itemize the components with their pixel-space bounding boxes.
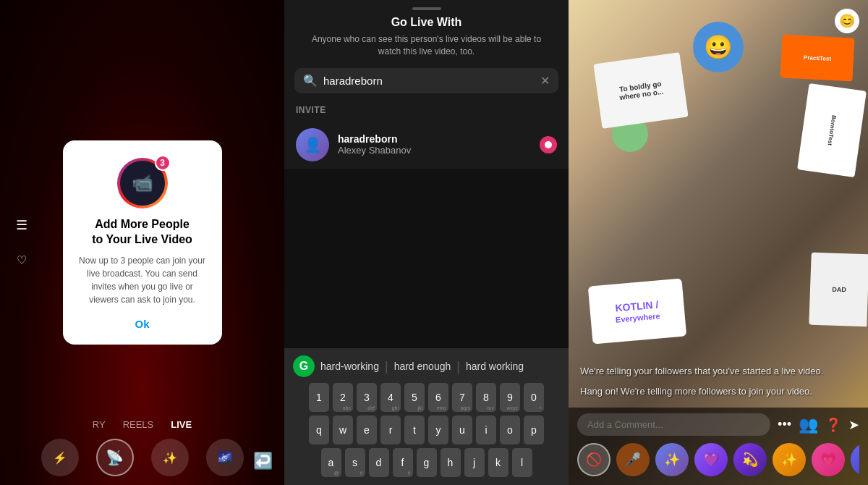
key-p[interactable]: p [524,416,544,444]
bottom-bar-stream: ••• 👥 ❓ ➤ 🚫 🎤 ✨ 💜 💫 ✨ 💗 💙 [569,408,868,485]
effect-icon-1[interactable]: ⚡ [41,439,79,476]
key-i[interactable]: i [476,416,496,444]
sep-2: | [456,359,460,374]
sparkle-icon: ✨ [163,451,177,465]
sidebar-left: ☰ ♡ [12,215,32,270]
effect-purple-2[interactable]: 💫 [733,443,767,476]
sheet-empty-area [284,169,569,348]
invite-select-radio[interactable] [540,136,557,153]
key-6[interactable]: 6mno [428,383,448,412]
avatar-container: 📹 3 [117,158,168,208]
keyboard: G hard-working | hard enough | hard work… [284,348,569,485]
key-k[interactable]: k [488,448,509,477]
key-9[interactable]: 9wxyz [500,383,520,412]
mode-ry[interactable]: RY [93,419,106,430]
key-3[interactable]: 3def [357,383,377,412]
effect-love[interactable]: 💗 [812,443,845,476]
key-4[interactable]: 4ghi [380,383,401,412]
key-5[interactable]: 5jkl [404,383,425,412]
key-q[interactable]: q [309,416,329,444]
key-l[interactable]: l [512,448,532,477]
effect-none[interactable]: 🚫 [577,443,610,476]
autocomplete-row: G hard-working | hard enough | hard work… [287,353,566,383]
live-camera-icon: 📹 [132,173,153,193]
autocomplete-word-2[interactable]: hard enough [394,360,451,372]
bottom-icons-row: ⚡ 📡 ✨ 🌌 [41,439,244,476]
sticker-practitest: PractiTest [780,34,854,81]
ok-button[interactable]: Ok [135,318,149,330]
effect-purple-1[interactable]: 💜 [694,443,728,476]
notification-badge: 3 [155,155,171,171]
key-y[interactable]: y [428,416,448,444]
broadcast-icon: 📡 [106,449,124,466]
invite-username: haradreborn [338,133,531,145]
invite-label: INVITE [284,105,569,115]
key-w[interactable]: w [333,416,353,444]
mode-live[interactable]: LIVE [171,419,192,430]
sheet-handle [412,7,441,10]
effect-mic[interactable]: 🎤 [616,443,650,476]
avatar-image: 👤 [296,128,329,161]
key-j[interactable]: j [464,448,485,477]
sheet-title: Go Live With [284,16,569,29]
mode-reels[interactable]: REELS [123,419,154,430]
key-o[interactable]: o [500,416,520,444]
key-g[interactable]: g [417,448,437,477]
add-guest-icon[interactable]: 👥 [799,416,818,434]
sticker-borntotest: BorntoTest [797,83,867,177]
key-e[interactable]: e [357,416,377,444]
question-icon[interactable]: ❓ [825,417,841,433]
galaxy-icon: 🌌 [218,451,232,465]
key-u[interactable]: u [452,416,472,444]
invite-info: haradreborn Alexey Shabanov [338,133,531,156]
key-1[interactable]: 1 [309,383,329,412]
key-row-numbers: 1 2abc 3def 4ghi 5jkl 6mno 7pqrs 8tuv 9w… [287,383,566,412]
invite-realname: Alexey Shabanov [338,145,531,156]
clear-search-icon[interactable]: ✕ [540,74,550,88]
autocomplete-word-3[interactable]: hard working [466,360,524,372]
sticker-kotlin: KOTLIN / Everywhere [588,278,686,344]
message-2: Hang on! We're telling more followers to… [580,385,856,398]
more-options-icon[interactable]: ••• [778,417,791,432]
heart-icon[interactable]: ♡ [12,250,32,270]
messages-area: We're telling your followers that you've… [580,365,856,405]
panel-live-intro: ☰ ♡ 📹 3 Add More Peopleto Your Live Vide… [0,0,284,485]
key-h[interactable]: h [441,448,461,477]
top-right-avatar[interactable]: 😊 [835,9,859,33]
lightning-icon: ⚡ [53,451,67,465]
sep-1: | [385,359,388,374]
key-2[interactable]: 2abc [333,383,353,412]
key-f[interactable]: f# [393,448,413,477]
effect-siri[interactable]: ✨ [655,443,689,476]
flip-camera-icon[interactable]: ↩️ [253,452,273,471]
search-input[interactable] [323,75,535,87]
key-d[interactable]: d [369,448,389,477]
radio-dot [545,141,552,148]
comment-input[interactable] [577,413,770,436]
comment-row: ••• 👥 ❓ ➤ [577,413,859,436]
effect-sparkle[interactable]: ✨ [773,443,806,476]
effects-row: 🚫 🎤 ✨ 💜 💫 ✨ 💗 💙 [577,443,859,476]
key-7[interactable]: 7pqrs [452,383,472,412]
effect-icon-2[interactable]: ✨ [151,439,189,476]
sticker-dad: DAD [809,253,868,327]
key-0[interactable]: 0+ [524,383,544,412]
autocomplete-word-1[interactable]: hard-working [320,360,379,372]
menu-icon[interactable]: ☰ [12,215,32,235]
panel-go-live-with: Go Live With Anyone who can see this per… [284,0,569,485]
effect-icon-3[interactable]: 🌌 [206,439,244,476]
search-bar[interactable]: 🔍 ✕ [294,68,558,93]
effect-more[interactable]: 💙 [851,443,859,476]
live-button[interactable]: 📡 [96,439,134,476]
modal-body: Now up to 3 people can join your live br… [77,254,208,306]
invite-item[interactable]: 👤 haradreborn Alexey Shabanov [284,121,569,169]
search-icon: 🔍 [303,74,318,88]
sheet-subtitle: Anyone who can see this person's live vi… [284,33,569,58]
key-t[interactable]: t [404,416,425,444]
key-8[interactable]: 8tuv [476,383,496,412]
key-r[interactable]: r [380,416,401,444]
send-icon[interactable]: ➤ [848,417,859,433]
key-s[interactable]: s# [345,448,365,477]
bottom-bar: RY REELS LIVE ⚡ 📡 ✨ 🌌 ↩️ [0,419,284,485]
key-a[interactable]: a@ [321,448,341,477]
